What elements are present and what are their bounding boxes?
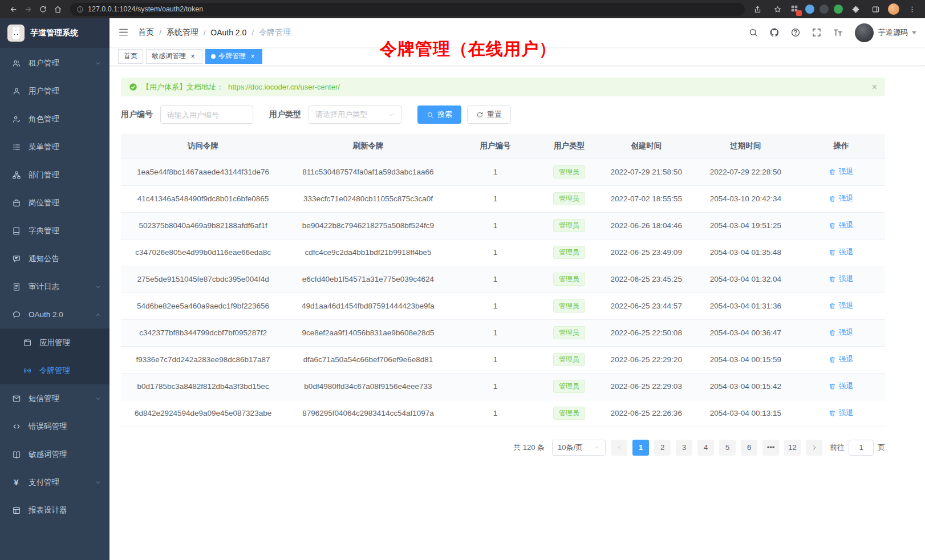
side-panel-icon[interactable] (868, 2, 883, 17)
breadcrumb-item-system[interactable]: 系统管理 (167, 27, 198, 38)
sidebar-item-oauth-token[interactable]: 令牌管理 (0, 356, 109, 384)
cell-user-id: 1 (451, 373, 539, 400)
page-button-1[interactable]: 1 (632, 440, 649, 456)
sidebar-item-oauth[interactable]: OAuth 2.0 (0, 301, 109, 328)
address-bar[interactable]: 127.0.0.1:1024/system/oauth2/token (70, 3, 745, 16)
bookmark-star-icon[interactable] (770, 2, 785, 17)
force-logout-button[interactable]: 强退 (829, 274, 853, 284)
chevron-left-icon (616, 444, 623, 451)
tab-label: 令牌管理 (218, 51, 246, 61)
close-icon[interactable]: × (249, 52, 257, 60)
cell-user-id: 1 (451, 212, 539, 239)
sidebar-item-user[interactable]: 用户管理 (0, 77, 109, 105)
sidebar-item-sensitive-words[interactable]: 敏感词管理 (0, 440, 109, 468)
force-logout-button[interactable]: 强退 (829, 193, 853, 204)
search-icon[interactable] (748, 27, 759, 38)
browser-profile-avatar[interactable] (888, 3, 899, 15)
browser-menu-icon[interactable] (904, 2, 919, 17)
chevron-up-icon (95, 311, 102, 318)
cell-action: 强退 (797, 400, 885, 427)
sidebar-item-role[interactable]: 角色管理 (0, 105, 109, 133)
sidebar-item-oauth-apps[interactable]: 应用管理 (0, 328, 109, 356)
alert-close-icon[interactable]: × (872, 83, 877, 92)
delete-icon (829, 356, 836, 363)
extension-dark-icon[interactable] (819, 5, 829, 14)
user-type-tag: 管理员 (553, 380, 585, 393)
force-logout-button[interactable]: 强退 (829, 327, 853, 338)
table-row: f9336e7c7dd242a283ee98dc86b17a87 dfa6c71… (121, 346, 885, 373)
page-ellipsis-button[interactable]: ••• (762, 440, 779, 456)
cell-action: 强退 (797, 319, 885, 346)
sidebar-item-audit-log[interactable]: 审计日志 (0, 273, 109, 301)
delete-icon (829, 222, 836, 229)
sidebar-item-dept[interactable]: 部门管理 (0, 161, 109, 189)
tab-token-management[interactable]: 令牌管理 × (205, 49, 262, 64)
force-logout-button[interactable]: 强退 (829, 301, 853, 311)
cell-access-token: 502375b8040a469a9b82188afdf6af1f (121, 212, 285, 239)
cell-create-time: 2022-07-02 18:55:55 (598, 185, 694, 212)
force-logout-button[interactable]: 强退 (829, 247, 853, 257)
page-button-4[interactable]: 4 (697, 440, 714, 456)
extensions-puzzle-icon[interactable] (848, 2, 863, 17)
extension-blue-icon[interactable] (805, 5, 814, 14)
goto-page-input[interactable] (849, 440, 874, 456)
browser-reload-icon[interactable] (35, 2, 50, 17)
force-logout-button[interactable]: 强退 (829, 354, 853, 364)
app-logo-bar: 芋道管理系统 (0, 18, 109, 48)
sidebar-item-notice[interactable]: 通知公告 (0, 245, 109, 273)
sidebar-item-sms[interactable]: 短信管理 (0, 384, 109, 412)
page-size-select[interactable]: 10条/页 (552, 440, 606, 456)
page-button-2[interactable]: 2 (654, 440, 671, 456)
tab-home[interactable]: 首页 (118, 49, 143, 64)
doc-link[interactable]: https://doc.iocoder.cn/user-center/ (228, 83, 340, 91)
force-logout-label: 强退 (838, 301, 853, 311)
search-icon (427, 111, 434, 119)
sidebar-item-error-code[interactable]: 错误码管理 (0, 412, 109, 440)
user-menu[interactable]: 芋道源码 (855, 23, 916, 42)
table-row: c347026e805e4d99b0d116eae66eda8c cdfc4ce… (121, 239, 885, 266)
page-size-value: 10条/页 (558, 443, 583, 453)
browser-forward-icon[interactable] (21, 2, 35, 17)
sidebar-item-menu[interactable]: 菜单管理 (0, 133, 109, 161)
breadcrumb-item-oauth[interactable]: OAuth 2.0 (210, 28, 246, 37)
sidebar-item-dict[interactable]: 字典管理 (0, 217, 109, 245)
cell-access-token: c342377bf8b344799dcbf7bf095287f2 (121, 319, 285, 346)
pagination-total: 共 120 条 (513, 443, 545, 453)
prev-page-button[interactable] (611, 440, 627, 456)
sidebar-item-payment[interactable]: ¥ 支付管理 (0, 468, 109, 496)
extension-grid-icon[interactable] (790, 4, 800, 14)
reset-button[interactable]: 重置 (467, 105, 511, 124)
sidebar-item-tenant[interactable]: 租户管理 (0, 49, 109, 77)
sidebar-item-post[interactable]: 岗位管理 (0, 189, 109, 217)
book-icon (11, 226, 21, 236)
close-icon[interactable]: × (189, 52, 197, 60)
cell-expire-time: 2054-03-10 20:42:34 (694, 185, 797, 212)
help-icon[interactable] (790, 27, 801, 38)
font-size-icon[interactable] (832, 27, 843, 38)
user-id-input[interactable] (160, 105, 253, 124)
column-action: 操作 (797, 134, 885, 159)
cell-expire-time: 2054-03-04 00:15:42 (694, 373, 797, 400)
hamburger-icon[interactable] (118, 27, 129, 38)
browser-back-icon[interactable] (6, 2, 21, 17)
search-button[interactable]: 搜索 (417, 105, 461, 124)
cell-create-time: 2022-06-25 23:45:25 (598, 266, 694, 293)
sidebar-item-report-designer[interactable]: 报表设计器 (0, 496, 109, 524)
breadcrumb-item-home[interactable]: 首页 (138, 27, 154, 38)
share-icon[interactable] (750, 2, 765, 17)
page-button-12[interactable]: 12 (784, 440, 801, 456)
force-logout-button[interactable]: 强退 (829, 167, 853, 177)
page-button-5[interactable]: 5 (719, 440, 736, 456)
user-type-select[interactable]: 请选择用户类型 (309, 105, 401, 124)
next-page-button[interactable] (806, 440, 822, 456)
force-logout-button[interactable]: 强退 (829, 220, 853, 230)
github-icon[interactable] (769, 27, 780, 38)
browser-home-icon[interactable] (50, 2, 65, 17)
force-logout-button[interactable]: 强退 (829, 381, 853, 391)
extension-green-icon[interactable] (834, 5, 843, 14)
fullscreen-icon[interactable] (811, 27, 822, 38)
page-button-3[interactable]: 3 (676, 440, 692, 456)
force-logout-button[interactable]: 强退 (829, 408, 853, 418)
tab-sensitive-words[interactable]: 敏感词管理 × (146, 49, 202, 64)
page-button-6[interactable]: 6 (741, 440, 757, 456)
